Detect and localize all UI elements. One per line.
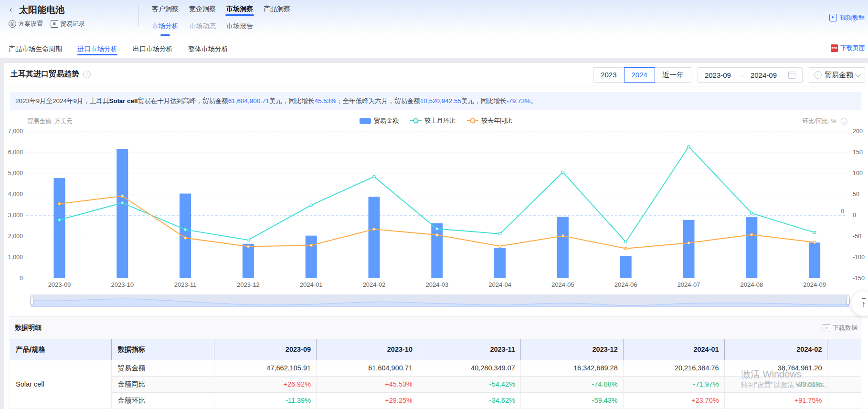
point-较去年同比-2023-12[interactable] xyxy=(247,245,249,248)
top-tabs: 客户洞察竞企洞察市场洞察产品洞察 xyxy=(152,5,290,13)
value-金额同比-2024-01: -71.97% xyxy=(623,376,724,392)
value-贸易金额-2023-10: 61,604,900.71 xyxy=(317,360,418,376)
point-较上月环比-2024-01[interactable] xyxy=(310,204,312,206)
tab-产品洞察[interactable]: 产品洞察 xyxy=(264,5,290,13)
year-button-近一年[interactable]: 近一年 xyxy=(655,67,691,83)
value-金额环比-2023-12: -59.43% xyxy=(520,392,623,409)
y-right-tick: -150 xyxy=(853,275,865,282)
date-end: 2024-09 xyxy=(751,71,777,79)
data-table: 产品/规格数据指标2023-092023-102023-112023-12202… xyxy=(10,339,861,409)
point-较去年同比-2024-04[interactable] xyxy=(499,245,501,247)
y-right-tick: -50 xyxy=(853,233,861,240)
tab-竞企洞察[interactable]: 竞企洞察 xyxy=(189,5,216,13)
nav-出口市场分析[interactable]: 出口市场分析 xyxy=(133,45,173,55)
year-button-2024[interactable]: 2024 xyxy=(624,67,655,83)
point-较去年同比-2023-11[interactable] xyxy=(184,237,187,239)
bar-2023-09[interactable] xyxy=(54,178,65,278)
watermark-line2: 转到“设置”以激活 Windows。 xyxy=(741,380,831,389)
nav-进口市场分析[interactable]: 进口市场分析 xyxy=(77,45,117,55)
point-较去年同比-2024-08[interactable] xyxy=(751,233,753,236)
x-tick-2024-04: 2024-04 xyxy=(488,281,511,288)
scheme-settings-button[interactable]: ◎方案设置 xyxy=(9,20,43,28)
point-较上月环比-2023-11[interactable] xyxy=(184,229,187,231)
subtab-市场报告[interactable]: 市场报告 xyxy=(226,22,253,31)
y-left-tick: 7,000 xyxy=(8,128,23,135)
nav-产品市场生命周期[interactable]: 产品市场生命周期 xyxy=(9,45,62,55)
bar-2024-05[interactable] xyxy=(557,217,569,278)
x-tick-2024-03: 2024-03 xyxy=(425,281,448,288)
bar-2024-04[interactable] xyxy=(494,248,506,278)
point-较上月环比-2024-08[interactable] xyxy=(751,212,753,214)
value-金额同比-2023-12: -74.88% xyxy=(520,376,623,392)
tab-客户洞察[interactable]: 客户洞察 xyxy=(152,5,179,13)
metric-select[interactable]: i 贸易金额 xyxy=(809,67,865,83)
bar-2023-12[interactable] xyxy=(243,244,254,278)
nav-整体市场分析[interactable]: 整体市场分析 xyxy=(188,45,228,55)
point-较上月环比-2024-03[interactable] xyxy=(436,228,438,230)
y-right-tick: 200 xyxy=(853,128,863,135)
x-tick-2024-01: 2024-01 xyxy=(300,281,323,288)
point-较去年同比-2024-09[interactable] xyxy=(814,241,816,243)
sub-tabs: 市场分析市场动态市场报告 xyxy=(152,22,253,31)
y-left-tick: 0 xyxy=(20,275,23,282)
point-较上月环比-2023-09[interactable] xyxy=(58,219,61,221)
x-tick-2023-12: 2023-12 xyxy=(237,281,260,288)
download-page-link[interactable]: PDF下载页面 xyxy=(831,44,865,52)
datazoom-handle-left[interactable] xyxy=(30,297,33,304)
col-header-2024-01: 2024-01 xyxy=(623,339,724,360)
date-range-picker[interactable]: 2023-09 → 2024-09 xyxy=(698,67,803,83)
bar-2024-02[interactable] xyxy=(369,197,380,278)
bar-2024-08[interactable] xyxy=(746,217,757,278)
point-较上月环比-2024-05[interactable] xyxy=(561,171,564,173)
trade-records-button[interactable]: ≡贸易记录 xyxy=(51,20,85,28)
point-较上月环比-2024-02[interactable] xyxy=(373,176,375,178)
point-较上月环比-2023-12[interactable] xyxy=(247,239,249,241)
point-较上月环比-2023-10[interactable] xyxy=(121,201,124,204)
bar-2023-10[interactable] xyxy=(116,149,128,278)
col-header-partial xyxy=(827,339,861,360)
year-button-2023[interactable]: 2023 xyxy=(593,67,624,83)
col-header-2023-09: 2023-09 xyxy=(214,339,317,360)
bar-2024-01[interactable] xyxy=(306,236,317,278)
x-tick-2024-06: 2024-06 xyxy=(614,281,637,288)
datazoom-handle-right[interactable] xyxy=(847,297,850,304)
bar-2024-06[interactable] xyxy=(620,256,632,278)
y-left-tick: 3,000 xyxy=(8,212,23,219)
info-icon[interactable]: i xyxy=(83,71,91,78)
date-start: 2023-09 xyxy=(705,71,731,79)
subtab-市场分析[interactable]: 市场分析 xyxy=(152,22,179,31)
document-icon: ≡ xyxy=(51,20,58,28)
download-data-button[interactable]: x下载数据 xyxy=(823,324,857,332)
point-较去年同比-2024-06[interactable] xyxy=(625,247,627,250)
col-header-2023-12: 2023-12 xyxy=(520,339,623,360)
point-较去年同比-2024-03[interactable] xyxy=(436,234,438,236)
point-较上月环比-2024-09[interactable] xyxy=(814,231,816,234)
value-金额环比-2023-11: -34.62% xyxy=(418,392,520,409)
video-tutorial-link[interactable]: 视频教程 xyxy=(829,13,865,22)
point-较去年同比-2024-01[interactable] xyxy=(310,244,312,246)
bar-2024-03[interactable] xyxy=(431,223,443,278)
point-较去年同比-2023-10[interactable] xyxy=(121,195,124,197)
subtab-市场动态[interactable]: 市场动态 xyxy=(189,22,216,31)
back-icon[interactable]: ‹ xyxy=(10,5,12,14)
point-较去年同比-2024-07[interactable] xyxy=(688,241,690,244)
point-较上月环比-2024-07[interactable] xyxy=(688,146,690,148)
point-较去年同比-2024-05[interactable] xyxy=(561,235,564,237)
value-partial xyxy=(827,360,861,376)
y-right-tick: -100 xyxy=(853,254,865,261)
point-较去年同比-2024-02[interactable] xyxy=(373,228,375,231)
point-较去年同比-2023-09[interactable] xyxy=(58,202,61,205)
table-row-贸易金额: Solar cell贸易金额47,662,105.9161,604,900.71… xyxy=(10,360,861,376)
col-header-metric: 数据指标 xyxy=(112,339,214,360)
point-较上月环比-2024-06[interactable] xyxy=(625,241,627,243)
datazoom-shadow xyxy=(31,299,849,307)
bar-2024-09[interactable] xyxy=(809,242,820,278)
datazoom-slider[interactable] xyxy=(31,294,849,307)
value-贸易金额-2023-12: 16,342,689.28 xyxy=(520,360,623,376)
value-金额环比-2023-09: -11.39% xyxy=(214,392,317,409)
calendar-icon xyxy=(788,72,795,79)
point-较上月环比-2024-04[interactable] xyxy=(499,232,501,235)
play-icon xyxy=(829,14,837,21)
tab-市场洞察[interactable]: 市场洞察 xyxy=(226,5,253,13)
bar-2024-07[interactable] xyxy=(683,220,695,278)
